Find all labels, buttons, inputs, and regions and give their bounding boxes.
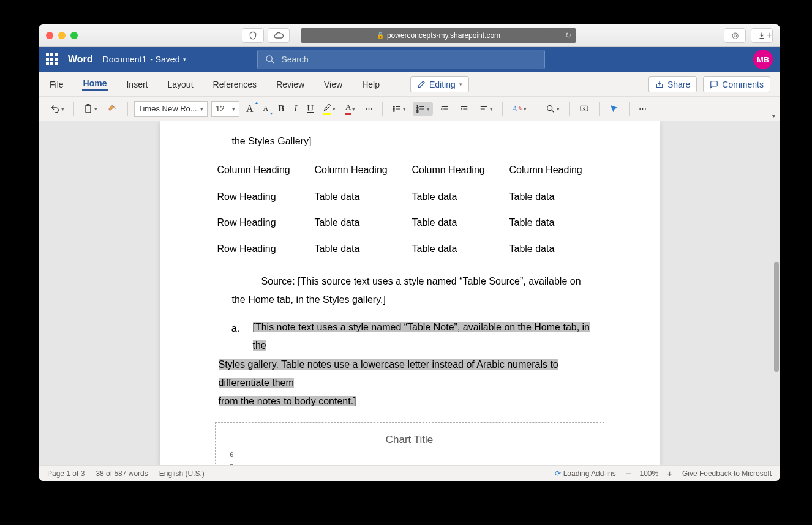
url-bar[interactable]: 🔒 powerconcepts-my.sharepoint.com ↻: [301, 28, 576, 43]
app-launcher-icon[interactable]: [46, 53, 58, 65]
data-table: Column Heading Column Heading Column Hea…: [215, 157, 604, 262]
scrollbar-thumb[interactable]: [774, 262, 779, 372]
chevron-down-icon: ▾: [183, 56, 186, 62]
grow-font-button[interactable]: A▴: [243, 101, 257, 117]
bold-button[interactable]: B: [275, 101, 287, 116]
close-window-button[interactable]: [46, 32, 53, 39]
table-cell: Row Heading: [215, 236, 312, 262]
lock-icon: 🔒: [377, 32, 384, 39]
share-button[interactable]: Share: [648, 76, 697, 92]
table-cell: Table data: [507, 210, 604, 236]
font-size-select[interactable]: 12▾: [211, 101, 239, 117]
avatar[interactable]: MB: [753, 50, 773, 69]
zoom-out-button[interactable]: −: [626, 468, 631, 478]
underline-button[interactable]: U: [304, 101, 317, 116]
privacy-report-button[interactable]: [242, 28, 264, 43]
svg-rect-10: [581, 106, 588, 111]
addins-status: ⟳Loading Add-ins: [555, 469, 616, 478]
table-source: Source: [This source text uses a style n…: [215, 272, 604, 310]
search-placeholder: Search: [281, 54, 308, 64]
svg-point-3: [394, 106, 395, 107]
align-button[interactable]: ▾: [476, 102, 496, 116]
more-font-button[interactable]: ⋯: [362, 102, 376, 116]
undo-button[interactable]: ▾: [47, 102, 67, 116]
table-header: Column Heading: [507, 157, 604, 184]
table-cell: Table data: [410, 184, 507, 210]
note-text-line1: [This note text uses a style named “Tabl…: [253, 322, 590, 351]
chart-title: Chart Title: [228, 430, 592, 450]
page-content[interactable]: the Styles Gallery] Column Heading Colum…: [160, 121, 660, 465]
dictate-button[interactable]: [576, 102, 593, 116]
language-status[interactable]: English (U.S.): [159, 469, 205, 478]
page-info[interactable]: Page 1 of 3: [47, 469, 85, 478]
table-cell: Row Heading: [215, 210, 312, 236]
comments-button[interactable]: Comments: [703, 76, 770, 92]
table-cell: Table data: [410, 236, 507, 262]
find-button[interactable]: ▾: [543, 102, 563, 116]
app-window: 🔒 powerconcepts-my.sharepoint.com ↻ ◎ + …: [39, 24, 780, 481]
italic-button[interactable]: I: [291, 101, 300, 116]
y-tick-label: 6: [230, 449, 234, 460]
tab-view[interactable]: View: [323, 80, 344, 89]
shrink-font-button[interactable]: A▾: [260, 102, 272, 116]
styles-button[interactable]: A✎▾: [509, 102, 530, 116]
ribbon-tabs: File Home Insert Layout References Revie…: [39, 72, 780, 97]
tab-review[interactable]: Review: [275, 80, 306, 89]
word-count[interactable]: 38 of 587 words: [96, 469, 148, 478]
app-name[interactable]: Word: [68, 54, 93, 65]
tab-insert[interactable]: Insert: [125, 80, 149, 89]
reload-icon[interactable]: ↻: [565, 31, 571, 40]
table-note: a. [This note text uses a style named “T…: [215, 318, 604, 356]
zoom-in-button[interactable]: +: [667, 468, 672, 478]
document-area[interactable]: the Styles Gallery] Column Heading Colum…: [39, 121, 780, 465]
zoom-level[interactable]: 100%: [639, 469, 658, 478]
tab-home[interactable]: Home: [82, 78, 108, 91]
bar-group: [332, 455, 388, 465]
chart-object[interactable]: Chart Title 23456: [215, 422, 604, 465]
table-header: Column Heading: [312, 157, 410, 184]
search-input[interactable]: Search: [257, 50, 545, 69]
window-controls: [46, 32, 78, 39]
note-text-line3: from the notes to body content.]: [219, 396, 356, 406]
table-cell: Table data: [507, 236, 604, 262]
status-bar: Page 1 of 3 38 of 587 words English (U.S…: [39, 465, 780, 481]
reader-button[interactable]: ◎: [724, 28, 746, 43]
editing-mode-button[interactable]: Editing ▾: [410, 76, 469, 92]
highlight-button[interactable]: 🖊▾: [320, 100, 339, 117]
feedback-link[interactable]: Give Feedback to Microsoft: [682, 469, 772, 478]
font-color-button[interactable]: A▾: [342, 100, 358, 117]
collapse-ribbon-button[interactable]: ▾: [772, 113, 775, 119]
table-cell: Table data: [507, 184, 604, 210]
table-row: Row HeadingTable dataTable dataTable dat…: [215, 184, 604, 210]
url-host: powerconcepts-my.sharepoint.com: [387, 31, 500, 40]
document-title-group[interactable]: Document1 - Saved ▾: [103, 54, 187, 64]
tab-references[interactable]: References: [212, 80, 258, 89]
paste-button[interactable]: ▾: [80, 101, 100, 117]
bar-group: [251, 455, 307, 465]
numbering-button[interactable]: 123▾: [413, 102, 433, 116]
designer-button[interactable]: [606, 102, 623, 116]
chevron-down-icon: ▾: [459, 81, 462, 88]
font-family-select[interactable]: Times New Ro...▾: [134, 101, 208, 117]
tab-file[interactable]: File: [48, 80, 65, 89]
word-header: Word Document1 - Saved ▾ Search MB: [39, 47, 780, 72]
tab-layout[interactable]: Layout: [166, 80, 194, 89]
tab-help[interactable]: Help: [361, 80, 381, 89]
table-cell: Row Heading: [215, 184, 312, 210]
svg-text:3: 3: [417, 110, 419, 113]
icloud-tabs-button[interactable]: [268, 28, 290, 43]
table-cell: Table data: [312, 210, 410, 236]
bullets-button[interactable]: ▾: [389, 102, 409, 116]
minimize-window-button[interactable]: [58, 32, 66, 39]
increase-indent-button[interactable]: [456, 102, 472, 116]
maximize-window-button[interactable]: [70, 32, 78, 39]
table-row: Row HeadingTable dataTable dataTable dat…: [215, 210, 604, 236]
more-commands-button[interactable]: ⋯: [636, 102, 650, 116]
decrease-indent-button[interactable]: [437, 102, 453, 116]
new-tab-button[interactable]: +: [762, 28, 776, 43]
table-cell: Table data: [312, 184, 410, 210]
browser-titlebar: 🔒 powerconcepts-my.sharepoint.com ↻ ◎ +: [39, 24, 780, 47]
ribbon-toolbar: ▾ ▾ Times New Ro...▾ 12▾ A▴ A▾ B I U 🖊▾ …: [39, 97, 780, 121]
table-header: Column Heading: [215, 157, 312, 184]
format-painter-button[interactable]: [104, 102, 121, 116]
